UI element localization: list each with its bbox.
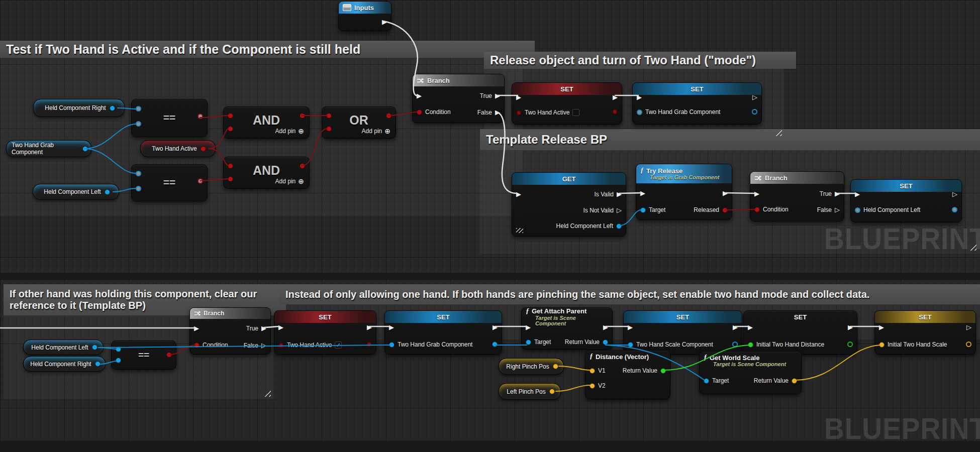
exec-out-pin[interactable]: ▷ bbox=[617, 207, 622, 213]
object-pin[interactable] bbox=[136, 106, 141, 111]
node-or[interactable]: OR Add pin⊕ bbox=[322, 106, 396, 139]
output-pin-row[interactable] bbox=[198, 178, 203, 184]
node-and-1[interactable]: AND Add pin⊕ bbox=[223, 106, 310, 139]
exec-in-row[interactable]: ▶ bbox=[637, 94, 642, 100]
bool-pin[interactable] bbox=[228, 126, 233, 132]
exec-in-pin[interactable]: ▶ bbox=[389, 324, 394, 330]
exec-in-pin[interactable]: ▶ bbox=[526, 324, 531, 330]
exec-in-pin[interactable]: ▶ bbox=[855, 191, 860, 197]
value-out-row[interactable] bbox=[492, 342, 498, 347]
bool-pin[interactable] bbox=[300, 163, 305, 169]
input-pin-row[interactable] bbox=[228, 113, 233, 119]
set-header[interactable]: SET bbox=[385, 311, 502, 323]
vector-pin[interactable] bbox=[792, 378, 797, 384]
exec-out-pin[interactable]: ▷ bbox=[952, 191, 957, 197]
bool-pin[interactable] bbox=[516, 110, 522, 116]
value-out-row[interactable] bbox=[732, 342, 738, 347]
bool-pin[interactable] bbox=[417, 109, 422, 115]
exec-out-pin[interactable]: ▶ bbox=[603, 324, 608, 330]
target-row[interactable]: Target bbox=[704, 378, 729, 384]
node-branch-3[interactable]: Branch ▶ True▶ Condition False▷ bbox=[189, 307, 271, 355]
node-and-2[interactable]: AND Add pin⊕ bbox=[223, 157, 310, 189]
object-pin[interactable] bbox=[616, 223, 622, 229]
is-not-valid-row[interactable]: Is Not Valid▷ bbox=[583, 207, 622, 213]
exec-in-row[interactable]: ▶ bbox=[879, 324, 884, 330]
exec-in-pin[interactable]: ▶ bbox=[879, 324, 884, 330]
object-pin[interactable] bbox=[952, 207, 957, 212]
get-header[interactable]: GET bbox=[512, 173, 626, 185]
node-distance-vector[interactable]: ƒ Distance (Vector) V1 Return Value V2 bbox=[585, 350, 670, 399]
function-header[interactable]: ƒGet World Scale Target is Scene Compone… bbox=[700, 352, 801, 370]
input-pin-row[interactable] bbox=[136, 186, 141, 191]
output-pin-row[interactable] bbox=[198, 114, 203, 119]
exec-in-pin[interactable]: ▶ bbox=[417, 92, 422, 99]
node-set-two-hand-active-release[interactable]: SET ▶ ▶ Two Hand Active bbox=[512, 82, 622, 125]
bool-pin[interactable] bbox=[198, 114, 203, 119]
object-pin[interactable] bbox=[136, 171, 141, 176]
getter-two-hand-grab-component[interactable]: Two Hand Grab Component bbox=[6, 140, 91, 157]
target-row[interactable]: Target bbox=[526, 339, 551, 345]
object-pin[interactable] bbox=[704, 378, 709, 384]
object-pin[interactable] bbox=[92, 345, 97, 350]
exec-in-row[interactable]: ▶ bbox=[194, 325, 199, 331]
set-header[interactable]: SET bbox=[274, 311, 376, 323]
getter-left-pinch-pos[interactable]: Left Pinch Pos bbox=[499, 383, 561, 400]
getter-held-component-right[interactable]: Held Component Right bbox=[33, 99, 125, 117]
set-header[interactable]: SET bbox=[744, 311, 857, 323]
object-pin[interactable] bbox=[116, 347, 121, 352]
input-pin-row[interactable] bbox=[228, 176, 233, 182]
getter-two-hand-active[interactable]: Two Hand Active bbox=[140, 140, 216, 157]
node-get-world-scale[interactable]: ƒGet World Scale Target is Scene Compone… bbox=[699, 351, 802, 394]
add-pin-button[interactable]: Add pin⊕ bbox=[275, 177, 304, 185]
exec-out-row[interactable]: ▶ bbox=[603, 324, 608, 330]
exec-out-pin[interactable]: ▶ bbox=[617, 191, 622, 197]
exec-in-row[interactable]: ▶ bbox=[417, 92, 422, 99]
exec-in-row[interactable]: ▶ bbox=[389, 324, 394, 330]
exec-out-row[interactable]: ▶ bbox=[733, 324, 738, 330]
exec-in-pin[interactable]: ▶ bbox=[628, 324, 633, 330]
input-pin-row[interactable] bbox=[136, 106, 141, 111]
node-set-two-hand-grab-component-release[interactable]: SET ▶ ▷ Two Hand Grab Component bbox=[632, 82, 762, 125]
value-out-row[interactable] bbox=[966, 342, 971, 347]
getter-held-component-left[interactable]: Held Component Left bbox=[33, 184, 119, 200]
object-pin[interactable] bbox=[752, 109, 757, 115]
return-value-row[interactable]: Return Value bbox=[623, 368, 666, 374]
bool-pin[interactable] bbox=[194, 343, 200, 348]
exec-in-pin[interactable]: ▶ bbox=[278, 324, 283, 330]
bool-pin[interactable] bbox=[366, 342, 372, 347]
value-out-row[interactable] bbox=[612, 109, 618, 115]
input-object-row[interactable]: Held Component Left bbox=[556, 223, 622, 229]
object-pin[interactable] bbox=[637, 109, 642, 115]
node-branch-2[interactable]: Branch ▶ True▶ Condition False▷ bbox=[750, 171, 844, 221]
set-header[interactable]: SET bbox=[624, 311, 742, 323]
bool-checkbox-checked[interactable] bbox=[335, 342, 342, 349]
node-set-two-hand-scale-component[interactable]: SET ▶ ▶ Two Hand Scale Component bbox=[623, 310, 742, 355]
value-row[interactable]: Two Hand Grab Component bbox=[389, 342, 472, 348]
value-row[interactable]: Held Component Left bbox=[855, 207, 920, 213]
exec-out-row[interactable]: ▶ bbox=[848, 324, 853, 330]
return-value-row[interactable]: Return Value bbox=[565, 339, 608, 345]
input-pin-row[interactable] bbox=[116, 358, 121, 363]
value-out-row[interactable] bbox=[952, 207, 957, 212]
getter-held-component-right-2[interactable]: Held Component Right bbox=[23, 356, 106, 372]
exec-out-pin[interactable]: ▶ bbox=[723, 190, 728, 196]
input-pin-row[interactable] bbox=[326, 126, 332, 132]
exec-out-row[interactable]: ▶ bbox=[493, 324, 498, 330]
exec-out-row[interactable]: ▶ bbox=[382, 19, 387, 25]
exec-in-pin[interactable]: ▶ bbox=[516, 191, 521, 197]
exec-out-pin[interactable]: ▷ bbox=[835, 206, 840, 213]
vector-pin[interactable] bbox=[549, 389, 555, 394]
bool-pin[interactable] bbox=[228, 163, 233, 169]
bool-pin[interactable] bbox=[300, 113, 305, 119]
object-pin[interactable] bbox=[526, 340, 531, 345]
output-pin-row[interactable] bbox=[166, 352, 172, 358]
exec-out-pin[interactable]: ▶ bbox=[493, 324, 498, 330]
bool-pin[interactable] bbox=[326, 126, 332, 132]
bool-pin[interactable] bbox=[228, 176, 233, 182]
exec-out-row[interactable]: ▷ bbox=[966, 324, 971, 330]
released-row[interactable]: Released bbox=[694, 207, 728, 213]
v1-row[interactable]: V1 bbox=[590, 368, 606, 374]
output-pin-row[interactable] bbox=[300, 113, 305, 119]
object-pin[interactable] bbox=[603, 340, 608, 345]
object-pin[interactable] bbox=[116, 358, 121, 363]
